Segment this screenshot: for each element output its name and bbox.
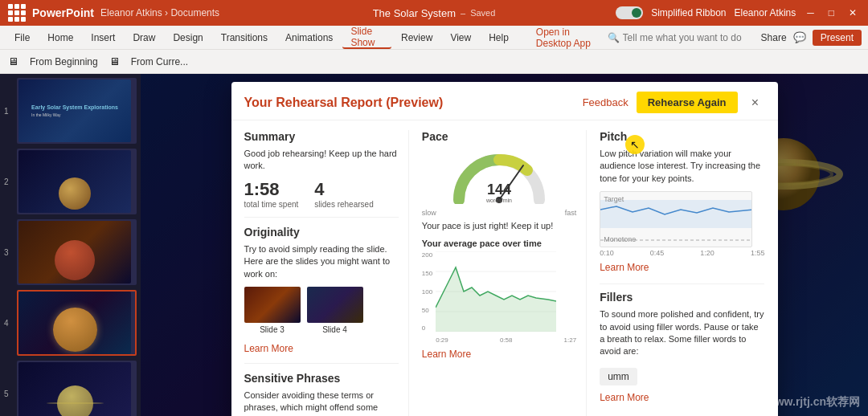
- simplified-ribbon-toggle[interactable]: [616, 6, 643, 19]
- dialog-header-right: Feedback Rehearse Again ×: [583, 92, 765, 113]
- right-column: Pitch Low pitch variation will make your…: [600, 130, 764, 416]
- pitch-learn-more[interactable]: Learn More: [600, 262, 649, 273]
- tab-insert[interactable]: Insert: [83, 26, 123, 49]
- pitch-x-120: 1:20: [700, 249, 714, 257]
- slide-2-img: [18, 150, 131, 213]
- pitch-monotone-label: Monotone: [604, 235, 636, 243]
- y-100: 100: [422, 288, 432, 296]
- middle-column: Pace: [422, 130, 587, 416]
- slide-3-img: [18, 221, 131, 283]
- slide-1-thumb[interactable]: Early Solar System Explorations In the M…: [17, 78, 137, 144]
- toolbar: 🖥 From Beginning 🖥 From Curre...: [0, 50, 868, 74]
- orig-slide3-thumb: Slide 3: [244, 287, 301, 334]
- time-label: total time spent: [244, 200, 299, 209]
- pace-learn-more[interactable]: Learn More: [422, 349, 471, 360]
- slide-2-thumb[interactable]: [17, 149, 137, 214]
- summary-title: Summary: [244, 130, 399, 143]
- slide-2-num: 2: [4, 177, 14, 186]
- y-200: 200: [422, 251, 432, 259]
- window-close[interactable]: ✕: [845, 7, 860, 18]
- ribbon-menu: File Home Insert Draw Design Transitions…: [0, 26, 868, 50]
- breadcrumb[interactable]: Eleanor Atkins › Documents: [100, 7, 219, 18]
- originality-learn-more[interactable]: Learn More: [244, 343, 293, 354]
- orig-slide3-label: Slide 3: [244, 325, 301, 334]
- originality-slides: Slide 3 Slide 4: [244, 287, 399, 334]
- pitch-section: Pitch Low pitch variation will make your…: [600, 130, 764, 274]
- slide-3-thumb[interactable]: [17, 219, 137, 285]
- tab-design[interactable]: Design: [165, 26, 211, 49]
- summary-stats: 1:58 total time spent 4 slides rehearsed: [244, 179, 399, 209]
- slide-4-thumb[interactable]: [17, 290, 137, 356]
- tab-help[interactable]: Help: [481, 26, 517, 49]
- slide-2-container[interactable]: 2: [4, 149, 137, 214]
- tab-home[interactable]: Home: [39, 26, 81, 49]
- svg-rect-13: [600, 200, 752, 228]
- slide-4-container[interactable]: 4: [4, 290, 137, 356]
- tab-animations[interactable]: Animations: [277, 26, 341, 49]
- x-axis-labels: 0:29 0:58 1:27: [436, 336, 576, 344]
- tab-transitions[interactable]: Transitions: [213, 26, 276, 49]
- cursor-indicator: ↖: [625, 135, 645, 154]
- orig-slide4-img: [307, 287, 363, 323]
- tab-open-desktop[interactable]: Open in Desktop App: [528, 26, 606, 49]
- search-input[interactable]: [623, 32, 751, 43]
- slide-5-thumb[interactable]: [17, 361, 137, 416]
- pitch-target-label: Target: [604, 195, 624, 203]
- user-name[interactable]: Eleanor Atkins: [735, 7, 796, 18]
- rehearse-again-button[interactable]: Rehearse Again: [637, 92, 738, 113]
- fillers-learn-more[interactable]: Learn More: [600, 392, 649, 403]
- tab-slideshow[interactable]: Slide Show: [342, 26, 391, 49]
- slide-5-container[interactable]: 5: [4, 361, 137, 416]
- svg-text:words/min: words/min: [485, 198, 512, 203]
- from-current-btn[interactable]: From Curre...: [125, 54, 194, 70]
- tab-view[interactable]: View: [442, 26, 479, 49]
- saved-indicator: Saved: [470, 8, 495, 18]
- filler-word: umm: [600, 368, 637, 385]
- pitch-title: Pitch: [600, 130, 764, 143]
- tab-review[interactable]: Review: [393, 26, 440, 49]
- originality-body: Try to avoid simply reading the slide. H…: [244, 243, 399, 280]
- saved-status: –: [461, 8, 465, 18]
- y-150: 150: [422, 270, 432, 277]
- summary-section: Summary Good job rehearsing! Keep up the…: [244, 130, 399, 209]
- summary-body: Good job rehearsing! Keep up the hard wo…: [244, 148, 399, 173]
- window-maximize[interactable]: □: [825, 7, 837, 18]
- time-value: 1:58: [244, 179, 299, 200]
- orig-slide3-img: [244, 287, 301, 323]
- main-area: 1 Early Solar System Explorations In the…: [0, 74, 868, 416]
- originality-section: Originality Try to avoid simply reading …: [244, 226, 399, 355]
- slides-stat: 4 slides rehearsed: [314, 179, 373, 209]
- dialog-overlay: Your Rehearsal Report (Preview) Feedback…: [141, 74, 868, 416]
- rehearsal-report-dialog: Your Rehearsal Report (Preview) Feedback…: [231, 82, 778, 416]
- left-column: Summary Good job rehearsing! Keep up the…: [244, 130, 409, 416]
- sensitive-body: Consider avoiding these terms or phrases…: [244, 389, 399, 416]
- pace-line-chart: [436, 251, 556, 332]
- pace-gauge-container: 144 words/min slow fast: [422, 148, 576, 217]
- slide-3-container[interactable]: 3: [4, 219, 137, 285]
- from-beginning-btn[interactable]: From Beginning: [23, 54, 104, 70]
- sensitive-title: Sensitive Phrases: [244, 372, 399, 385]
- tab-file[interactable]: File: [6, 26, 38, 49]
- pitch-x-155: 1:55: [751, 249, 765, 257]
- document-title: The Solar System: [373, 7, 456, 19]
- share-button[interactable]: Share: [761, 32, 787, 43]
- present-button[interactable]: Present: [813, 30, 862, 46]
- dialog-title: Your Rehearsal Report (Preview): [244, 96, 444, 110]
- pace-chart-area: 0:29 0:58 1:27: [436, 251, 576, 344]
- pace-text: Your pace is just right! Keep it up!: [422, 220, 576, 232]
- slide-1-num: 1: [4, 107, 14, 116]
- orig-slide4-label: Slide 4: [307, 325, 363, 334]
- feedback-link[interactable]: Feedback: [583, 96, 628, 108]
- monitor-icon: 🖥: [8, 55, 18, 67]
- slide-1-container[interactable]: 1 Early Solar System Explorations In the…: [4, 78, 137, 144]
- slides-value: 4: [314, 179, 373, 200]
- search-icon: 🔍: [608, 32, 620, 43]
- dialog-close-button[interactable]: ×: [746, 93, 765, 112]
- simplified-ribbon-label: Simplified Ribbon: [651, 7, 726, 18]
- window-minimize[interactable]: ─: [804, 7, 817, 18]
- app-grid-icon[interactable]: [8, 4, 26, 22]
- comment-icon[interactable]: 💬: [793, 31, 806, 43]
- tab-draw[interactable]: Draw: [125, 26, 163, 49]
- orig-slide4-thumb: Slide 4: [307, 287, 363, 334]
- slide-4-img: [18, 292, 131, 354]
